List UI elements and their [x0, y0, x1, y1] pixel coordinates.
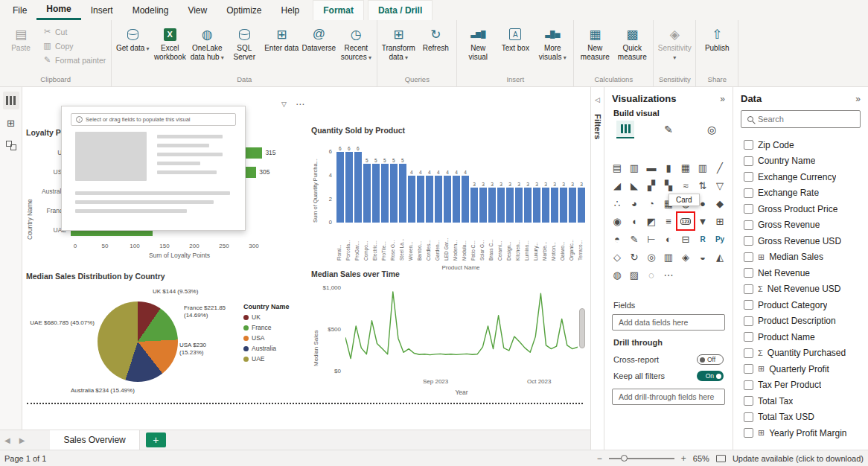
- field-row-gross-product-price[interactable]: Gross Product Price: [733, 201, 868, 217]
- smart-narrative-icon[interactable]: ✎: [626, 231, 642, 247]
- power-apps-icon[interactable]: ◇: [609, 249, 625, 265]
- new-measure-button[interactable]: ▦New measure: [576, 22, 613, 61]
- field-checkbox[interactable]: [744, 156, 753, 166]
- bar[interactable]: [569, 188, 576, 223]
- clustered-bar-chart-icon[interactable]: ▬: [643, 159, 660, 176]
- ribbon-tab-optimize[interactable]: Optimize: [217, 0, 271, 20]
- onelake-data-hub-button[interactable]: ◍OneLake data hub ▾: [188, 22, 226, 61]
- bar[interactable]: [444, 176, 451, 223]
- field-row-net-revenue[interactable]: Net Revenue: [733, 265, 868, 281]
- bar[interactable]: [363, 164, 371, 223]
- field-checkbox[interactable]: [744, 316, 753, 326]
- format-visual-tab[interactable]: ✎: [660, 121, 677, 138]
- ribbon-tab-file[interactable]: File: [3, 0, 36, 20]
- pie[interactable]: [98, 301, 178, 382]
- field-checkbox[interactable]: [744, 300, 753, 310]
- field-row-exchange-rate[interactable]: Exchange Rate: [733, 185, 868, 202]
- html-visual-icon[interactable]: ▨: [626, 266, 642, 283]
- q-and-a-icon[interactable]: ◓: [609, 231, 625, 247]
- field-row-net-revenue-usd[interactable]: ΣNet Revenue USD: [733, 281, 868, 298]
- ribbon-tab-modeling[interactable]: Modeling: [123, 0, 179, 20]
- field-row-quarterly-profit[interactable]: ⊞Quarterly Profit: [733, 361, 868, 377]
- card-icon[interactable]: 123: [677, 213, 694, 229]
- sensitivity-button[interactable]: ◈Sensitivity ▾: [656, 22, 693, 61]
- field-row-gross-revenue-usd[interactable]: Gross Revenue USD: [733, 233, 868, 249]
- bar[interactable]: [435, 176, 442, 223]
- field-checkbox[interactable]: [744, 236, 753, 246]
- bar[interactable]: [462, 176, 469, 223]
- get-data-button[interactable]: Get data ▾: [114, 22, 151, 53]
- bar[interactable]: [399, 164, 406, 223]
- waterfall-chart-icon[interactable]: ⇅: [695, 177, 711, 194]
- bar[interactable]: [354, 152, 362, 223]
- cross-report-toggle[interactable]: Off: [697, 354, 724, 365]
- matrix-icon[interactable]: ⊟: [677, 231, 694, 247]
- bar[interactable]: [542, 188, 549, 223]
- field-checkbox[interactable]: [744, 252, 753, 262]
- line-stacked-column-chart-icon[interactable]: ▞: [643, 177, 660, 194]
- ribbon-chart-icon[interactable]: ≈: [677, 177, 694, 194]
- bar[interactable]: [417, 176, 424, 223]
- new-visual-button[interactable]: ▃▆█New visual: [459, 22, 497, 61]
- clustered-column-chart-icon[interactable]: ▮: [660, 159, 677, 176]
- stacked-bar-chart-icon[interactable]: ▤: [609, 159, 625, 176]
- field-search-box[interactable]: [741, 110, 861, 128]
- sql-server-button[interactable]: SQL Server: [226, 22, 263, 61]
- donut-chart-icon[interactable]: ◔: [643, 195, 660, 211]
- scorecard-icon[interactable]: ◈: [677, 249, 694, 265]
- field-checkbox[interactable]: [744, 204, 753, 214]
- legend-item-france[interactable]: France: [243, 324, 290, 331]
- field-row-zip-code[interactable]: Zip Code: [733, 137, 868, 153]
- qna-visual-icon[interactable]: ◒: [695, 249, 711, 265]
- scatter-chart-icon[interactable]: ∴: [609, 195, 625, 211]
- field-checkbox[interactable]: [744, 380, 753, 390]
- kpi-icon[interactable]: ◩: [643, 213, 660, 229]
- metrics-icon[interactable]: ◎: [643, 249, 660, 265]
- field-checkbox[interactable]: [744, 220, 753, 230]
- area-chart-icon[interactable]: ◢: [609, 177, 625, 194]
- key-influencers-icon[interactable]: ◐: [660, 231, 677, 247]
- filter-funnel-icon[interactable]: ▽: [281, 100, 287, 108]
- drill-through-drop-well[interactable]: Add drill-through fields here: [612, 389, 725, 405]
- bar[interactable]: [560, 188, 567, 223]
- field-checkbox[interactable]: [744, 332, 753, 342]
- field-row-yearly-profit-margin[interactable]: ⊞Yearly Profit Margin: [733, 425, 868, 441]
- 100-stacked-bar-chart-icon[interactable]: ▦: [677, 159, 694, 176]
- search-input[interactable]: [758, 115, 864, 124]
- field-checkbox[interactable]: [744, 396, 753, 406]
- quick-measure-button[interactable]: ▩Quick measure: [613, 22, 651, 61]
- bar[interactable]: [336, 152, 344, 223]
- table-icon[interactable]: ⊞: [712, 213, 728, 229]
- bar[interactable]: [470, 188, 478, 223]
- field-row-total-tax[interactable]: Total Tax: [733, 393, 868, 409]
- cut-button[interactable]: ✂Cut: [39, 25, 109, 39]
- line-clustered-column-chart-icon[interactable]: ▚: [660, 177, 677, 194]
- table-view-button[interactable]: ⊞: [3, 114, 19, 132]
- field-row-product-name[interactable]: Product Name: [733, 329, 868, 345]
- legend-item-uae[interactable]: UAE: [243, 355, 290, 363]
- azure-map-icon[interactable]: ◉: [609, 213, 625, 229]
- ribbon-tab-data-drill[interactable]: Data / Drill: [368, 0, 433, 20]
- field-checkbox[interactable]: [744, 268, 753, 278]
- more-options-icon[interactable]: ⋯: [296, 99, 305, 109]
- field-checkbox[interactable]: [744, 188, 753, 198]
- bar[interactable]: [533, 188, 540, 223]
- shape-map-icon[interactable]: ◆: [712, 195, 728, 211]
- ribbon-tab-insert[interactable]: Insert: [81, 0, 123, 20]
- ribbon-tab-view[interactable]: View: [178, 0, 217, 20]
- expand-filters-icon[interactable]: ◁: [591, 96, 604, 103]
- more-visual-options-icon[interactable]: ⋯: [660, 266, 677, 283]
- page-tab-sales-overview[interactable]: Sales Overview: [50, 430, 139, 450]
- bar[interactable]: [524, 188, 532, 223]
- publish-button[interactable]: ⇧Publish: [698, 22, 735, 53]
- analytics-tab[interactable]: ◎: [703, 121, 721, 138]
- previous-page-icon[interactable]: ◀: [0, 436, 15, 444]
- field-row-median-sales[interactable]: ⊞Median Sales: [733, 249, 868, 266]
- field-checkbox[interactable]: [744, 412, 753, 422]
- multi-row-card-icon[interactable]: ≡: [660, 213, 677, 229]
- text-box-button[interactable]: AText box: [497, 22, 534, 53]
- stacked-column-chart-icon[interactable]: ▥: [626, 159, 642, 176]
- enter-data-button[interactable]: ⊞Enter data: [263, 22, 300, 53]
- gauge-icon[interactable]: ◖: [626, 213, 642, 229]
- funnel-chart-icon[interactable]: ▽: [712, 177, 728, 194]
